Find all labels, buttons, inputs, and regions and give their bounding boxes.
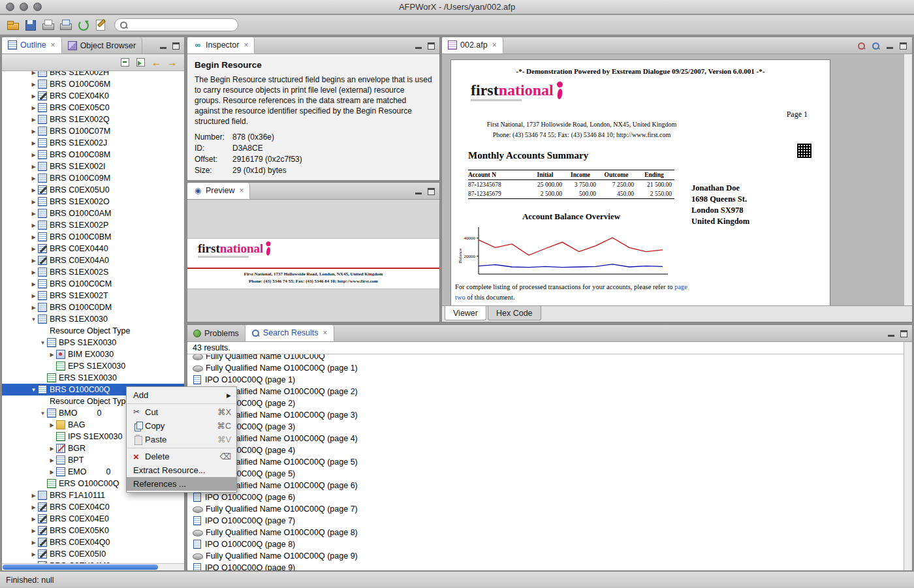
- menu-item-cut[interactable]: ✂Cut⌘X: [127, 405, 236, 419]
- tree-item[interactable]: ▶BRS C0EX04A0: [2, 255, 184, 266]
- tree-item[interactable]: ▶BRS S1EX002J: [2, 137, 184, 149]
- viewer-vscrollbar[interactable]: [904, 54, 912, 305]
- menu-item-paste[interactable]: Paste⌘V: [127, 433, 236, 446]
- tree-expand-arrow[interactable]: ▶: [29, 117, 38, 123]
- minimize-panel-button[interactable]: [887, 330, 895, 337]
- tab-002-afp[interactable]: 002.afp ×: [442, 37, 503, 54]
- forward-arrow-icon[interactable]: →: [166, 57, 178, 68]
- menu-item-delete[interactable]: ×Delete⌫: [127, 450, 236, 463]
- tree-item[interactable]: ▶BRS C0EX05U0: [2, 184, 184, 196]
- tree-expand-arrow[interactable]: ▶: [29, 176, 38, 181]
- search-result-row[interactable]: Fully Qualified Name O100C00Q (page 2): [187, 386, 904, 397]
- tree-expand-arrow[interactable]: ▶: [48, 352, 56, 358]
- tree-expand-arrow[interactable]: ▶: [29, 493, 38, 499]
- tree-item[interactable]: ▶BRS C0EX05K0: [2, 525, 184, 536]
- maximize-panel-button[interactable]: [428, 42, 435, 50]
- tree-expand-arrow[interactable]: ▶: [29, 551, 38, 557]
- tree-item[interactable]: ▶BRS O100C06M: [2, 78, 184, 90]
- tree-expand-arrow[interactable]: ▶: [29, 281, 38, 287]
- search-result-row[interactable]: IPO O100C00Q (page 9): [187, 562, 904, 570]
- open-folder-icon[interactable]: [6, 18, 19, 31]
- search-result-row[interactable]: Fully Qualified Name O100C00Q (page 1): [187, 362, 904, 374]
- tree-item[interactable]: EPS S1EX0030: [2, 360, 184, 372]
- tree-expand-arrow[interactable]: ▶: [29, 199, 38, 205]
- tree-item[interactable]: ▶BRS O100C09M: [2, 172, 184, 184]
- tree-expand-arrow[interactable]: ▶: [29, 129, 38, 134]
- tab-outline[interactable]: Outline ×: [2, 37, 62, 54]
- search-result-row[interactable]: Fully Qualified Name O100C00Q (page 4): [187, 433, 904, 444]
- tree-item[interactable]: ▶BRS S1EX002T: [2, 290, 184, 302]
- tree-expand-arrow[interactable]: ▶: [29, 258, 38, 264]
- hscroll-thumb[interactable]: [3, 565, 158, 570]
- tree-item[interactable]: ▶BRS O100C07M: [2, 125, 184, 137]
- tree-item[interactable]: ▶BRS O100C0CM: [2, 278, 184, 290]
- search-result-row[interactable]: IPO O100C00Q (page 6): [187, 491, 904, 503]
- search-result-row[interactable]: Fully Qualified Name O100C00Q (page 6): [187, 480, 904, 491]
- search-result-row[interactable]: Fully Qualified Name O100C00Q (page 5): [187, 456, 904, 468]
- tree-expand-arrow[interactable]: ▶: [48, 422, 56, 428]
- zoom-out-icon[interactable]: [857, 42, 866, 50]
- search-result-row[interactable]: Fully Qualified Name O100C00Q (page 3): [187, 409, 904, 421]
- tree-expand-arrow[interactable]: ▼: [39, 410, 47, 416]
- print-icon[interactable]: [41, 18, 54, 31]
- search-result-row[interactable]: IPO O100C00Q (page 8): [187, 538, 904, 550]
- search-result-row[interactable]: IPO O100C00Q (page 4): [187, 444, 904, 456]
- tree-expand-arrow[interactable]: ▶: [29, 223, 38, 228]
- tree-expand-arrow[interactable]: ▶: [29, 71, 38, 76]
- search-result-row[interactable]: IPO O100C00Q (page 3): [187, 421, 904, 433]
- tab-search-results[interactable]: Search Results ×: [245, 325, 334, 341]
- search-result-row[interactable]: IPO O100C00Q (page 1): [187, 374, 904, 386]
- menu-item-references[interactable]: References ...: [127, 477, 236, 491]
- search-result-row[interactable]: IPO O100C00Q (page 7): [187, 515, 904, 527]
- search-result-row[interactable]: Fully Qualified Name O100C00Q (page 9): [187, 550, 904, 562]
- tree-item[interactable]: ERS S1EX0030: [2, 372, 184, 384]
- tree-item[interactable]: ▶BRS S1EX002Q: [2, 114, 184, 125]
- tab-hex-code[interactable]: Hex Code: [488, 306, 541, 320]
- tree-item[interactable]: ▶BRS O100C0BM: [2, 231, 184, 243]
- tree-expand-arrow[interactable]: ▶: [29, 140, 38, 146]
- search-result-row[interactable]: Fully Qualified Name O100C00Q (page 8): [187, 527, 904, 538]
- tree-item[interactable]: ▶BRS C0EX04C0: [2, 501, 184, 513]
- tree-item[interactable]: ▼BPS S1EX0030: [2, 337, 184, 348]
- search-result-row[interactable]: Fully Qualified Name O100C00Q: [187, 354, 904, 362]
- maximize-panel-button[interactable]: [428, 188, 435, 195]
- tab-viewer[interactable]: Viewer: [445, 306, 486, 320]
- tree-item[interactable]: ▼BRS S1EX0030: [2, 313, 184, 325]
- tree-expand-arrow[interactable]: ▼: [29, 317, 38, 322]
- tree-item[interactable]: ▶BRS O100C0AM: [2, 208, 184, 219]
- tree-expand-arrow[interactable]: ▶: [29, 93, 38, 99]
- tree-item[interactable]: ▶BRS S1EX002P: [2, 219, 184, 231]
- results-vscrollbar[interactable]: [904, 342, 912, 570]
- tree-item[interactable]: ▶BRS S1EX002O: [2, 196, 184, 208]
- print-preview-icon[interactable]: [59, 18, 72, 31]
- close-tab-icon[interactable]: ×: [492, 41, 497, 49]
- search-result-row[interactable]: IPO O100C00Q (page 2): [187, 397, 904, 409]
- tree-item[interactable]: ▶BRS C0EX05I0: [2, 548, 184, 560]
- tree-item[interactable]: ▶BRS S1EX002S: [2, 266, 184, 278]
- tree-expand-arrow[interactable]: ▶: [29, 234, 38, 240]
- tree-expand-arrow[interactable]: ▶: [29, 187, 38, 193]
- maximize-panel-button[interactable]: [172, 42, 180, 50]
- tree-expand-arrow[interactable]: ▶: [29, 305, 38, 311]
- menu-item-copy[interactable]: Copy⌘C: [127, 419, 236, 433]
- toolbar-search[interactable]: [114, 18, 238, 31]
- menu-item-add[interactable]: Add▶: [127, 388, 236, 402]
- tree-item[interactable]: ▶BRS O100C08M: [2, 149, 184, 161]
- zoom-in-icon[interactable]: [872, 42, 880, 50]
- back-arrow-icon[interactable]: ←: [151, 57, 162, 68]
- close-tab-icon[interactable]: ×: [323, 329, 328, 337]
- close-tab-icon[interactable]: ×: [51, 41, 55, 49]
- tab-preview[interactable]: ◉ Preview ×: [187, 183, 250, 199]
- link-with-editor-icon[interactable]: [135, 57, 146, 68]
- tree-item[interactable]: ▶BRS O100C0DM: [2, 302, 184, 313]
- minimize-panel-button[interactable]: [159, 42, 167, 50]
- tree-expand-arrow[interactable]: ▶: [29, 504, 38, 510]
- tree-expand-arrow[interactable]: ▶: [29, 528, 38, 534]
- tree-expand-arrow[interactable]: ▶: [29, 246, 38, 252]
- edit-icon[interactable]: [94, 18, 107, 31]
- maximize-panel-button[interactable]: [900, 42, 907, 50]
- save-icon[interactable]: [24, 18, 37, 31]
- tree-expand-arrow[interactable]: ▶: [48, 446, 56, 452]
- refresh-icon[interactable]: [76, 18, 89, 31]
- search-result-row[interactable]: IPO O100C00Q (page 5): [187, 468, 904, 480]
